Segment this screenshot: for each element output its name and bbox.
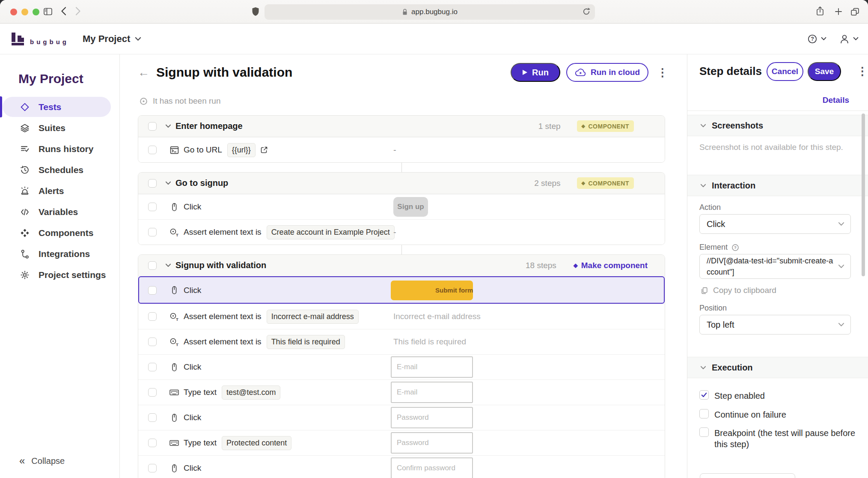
brand-wordmark: bugbug	[30, 38, 69, 46]
details-link[interactable]: Details	[823, 96, 849, 105]
group-checkbox[interactable]	[148, 179, 157, 188]
step-checkbox[interactable]	[148, 228, 157, 236]
more-options-icon[interactable]: ⋮	[657, 67, 668, 78]
step-preview: Submit form	[391, 281, 473, 300]
checkbox[interactable]	[699, 390, 709, 400]
step-checkbox[interactable]	[148, 464, 157, 472]
make-component-link[interactable]: ◆Make component	[574, 261, 648, 270]
copy-to-clipboard[interactable]: Copy to clipboard	[700, 286, 776, 295]
chevron-down-icon	[165, 263, 171, 267]
collapse-button[interactable]: « Collapse	[19, 455, 65, 467]
group-checkbox[interactable]	[148, 122, 157, 131]
position-select[interactable]: Top left	[699, 315, 851, 335]
section-execution[interactable]: Execution	[687, 357, 868, 378]
sidebar-item-label: Alerts	[39, 186, 64, 196]
action-select[interactable]: Click	[699, 214, 851, 234]
zoom-button[interactable]	[33, 9, 39, 15]
checkbox[interactable]	[699, 409, 709, 418]
url-bar[interactable]: app.bugbug.io	[265, 4, 595, 20]
chevron-down-icon	[821, 37, 826, 41]
new-tab-icon[interactable]	[835, 8, 842, 15]
integrations-icon	[20, 249, 30, 259]
step-label: Assert element text is	[184, 312, 262, 321]
step-row[interactable]: ClickSubmit form	[138, 276, 665, 304]
run-in-cloud-button[interactable]: Run in cloud	[566, 63, 648, 82]
share-icon[interactable]	[816, 6, 824, 16]
diamond-icon: ◆	[574, 262, 578, 269]
forward-icon[interactable]	[75, 6, 81, 16]
execution-option[interactable]: Breakpoint (the test will pause before t…	[699, 427, 856, 450]
group-connector	[401, 245, 402, 254]
step-checkbox[interactable]	[148, 363, 157, 371]
step-checkbox[interactable]	[148, 203, 157, 211]
component-badge: ◆COMPONENT	[577, 177, 634, 189]
step-row[interactable]: TAssert element text isCreate account in…	[138, 219, 665, 245]
step-checkbox[interactable]	[148, 388, 157, 397]
step-row[interactable]: ClickSign up	[138, 194, 665, 219]
reload-icon[interactable]	[582, 7, 591, 16]
privacy-shield-icon[interactable]	[252, 7, 259, 16]
sidebar-item-schedules[interactable]: Schedules	[0, 159, 119, 180]
step-preview: E-mail	[391, 382, 473, 403]
panel-scrollbar[interactable]	[862, 114, 865, 276]
close-button[interactable]	[10, 9, 17, 15]
step-row[interactable]: ClickE-mail	[138, 354, 665, 379]
step-checkbox[interactable]	[148, 312, 157, 321]
step-checkbox[interactable]	[148, 146, 157, 154]
sidebar-item-variables[interactable]: Variables	[0, 201, 119, 222]
group-checkbox[interactable]	[148, 261, 157, 270]
badge-label: COMPONENT	[589, 123, 630, 130]
step-preview: Password	[391, 407, 473, 428]
execution-option[interactable]: Continue on failure	[699, 409, 786, 420]
element-select[interactable]: //DIV[@data-test-id="submit-create-accou…	[699, 254, 851, 279]
step-row[interactable]: Go to URL{{url}}-	[138, 137, 665, 162]
step-checkbox[interactable]	[148, 439, 157, 447]
step-row[interactable]: ClickConfirm password	[138, 455, 665, 478]
step-row[interactable]: TAssert element text isIncorrect e-mail …	[138, 304, 665, 329]
checkbox-label: Breakpoint (the test will pause before t…	[714, 427, 856, 450]
cancel-button[interactable]: Cancel	[767, 62, 803, 81]
sidebar-item-tests[interactable]: Tests	[0, 96, 119, 117]
step-row[interactable]: Type textProtected contentPassword	[138, 430, 665, 455]
group-header[interactable]: Go to signup2 steps◆COMPONENT	[138, 173, 665, 194]
execution-option[interactable]: Step enabled	[699, 390, 765, 401]
step-row[interactable]: Type texttest@test.comE-mail	[138, 379, 665, 405]
sidebar-item-runs-history[interactable]: Runs history	[0, 138, 119, 159]
mouse-icon	[169, 413, 179, 423]
section-screenshots[interactable]: Screenshots	[687, 115, 868, 136]
step-checkbox[interactable]	[148, 286, 157, 295]
sidebar-item-alerts[interactable]: Alerts	[0, 180, 119, 201]
sidebar-item-project-settings[interactable]: Project settings	[0, 264, 119, 285]
assert-icon: T	[169, 227, 179, 237]
step-preview: Confirm password	[391, 457, 473, 478]
step-row[interactable]: TAssert element text isThis field is req…	[138, 329, 665, 354]
sidebar-item-suites[interactable]: Suites	[0, 117, 119, 138]
panel-more-options-icon[interactable]: ⋮	[857, 66, 868, 77]
goto-icon	[169, 145, 179, 155]
sidebar-item-integrations[interactable]: Integrations	[0, 243, 119, 264]
user-menu[interactable]	[839, 34, 859, 44]
back-arrow-icon[interactable]: ←	[138, 66, 149, 79]
run-button[interactable]: Run	[511, 63, 560, 82]
checkbox[interactable]	[699, 427, 709, 437]
section-interaction[interactable]: Interaction	[687, 175, 868, 196]
step-label: Type text	[184, 388, 217, 397]
user-icon	[839, 34, 850, 44]
tabs-overview-icon[interactable]	[850, 7, 860, 17]
partial-input[interactable]	[700, 473, 795, 478]
minimize-button[interactable]	[21, 9, 28, 15]
external-link-icon	[260, 146, 268, 154]
svg-text:?: ?	[734, 245, 737, 250]
step-checkbox[interactable]	[148, 413, 157, 422]
back-icon[interactable]	[61, 6, 66, 16]
svg-text:T: T	[176, 232, 178, 237]
step-checkbox[interactable]	[148, 338, 157, 346]
sidebar-item-components[interactable]: Components	[0, 222, 119, 243]
sidebar-toggle-icon[interactable]	[43, 7, 53, 16]
step-row[interactable]: ClickPassword	[138, 405, 665, 430]
group-header[interactable]: Signup with validation18 steps◆Make comp…	[138, 255, 665, 276]
help-menu[interactable]: ?	[807, 34, 826, 44]
group-header[interactable]: Enter homepage1 step◆COMPONENT	[138, 116, 665, 137]
project-selector[interactable]: My Project	[83, 33, 141, 45]
save-button[interactable]: Save	[808, 62, 841, 81]
